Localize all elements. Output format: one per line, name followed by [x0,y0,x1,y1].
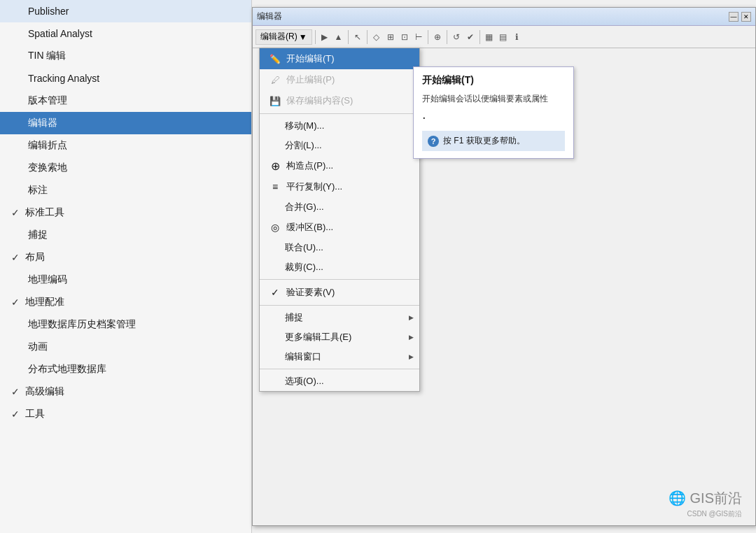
item-label: 更多编辑工具(E) [285,331,351,343]
toolbar-rotate-icon[interactable]: ↺ [450,31,463,43]
editor-titlebar: 编辑器 — ✕ [253,8,755,26]
tooltip-help-text: 按 F1 获取更多帮助。 [443,135,525,147]
check-icon: ✓ [11,408,20,420]
sidebar-item-advanced-edit[interactable]: ✓ 高级编辑 [0,381,251,403]
pencil-icon: ✏️ [268,52,282,66]
item-label: 平行复制(Y)... [286,180,342,193]
dropdown-item-edit-window[interactable]: 编辑窗口 [260,347,419,367]
item-label: 标准工具 [25,206,64,219]
sidebar-item-geodata-history[interactable]: 地理数据库历史档案管理 [0,313,251,336]
dropdown-item-merge[interactable]: 合并(G)... [260,197,419,217]
sidebar-item-animation[interactable]: 动画 [0,336,251,358]
dropdown-item-validate[interactable]: ✓ 验证要素(V) [260,282,419,303]
close-button[interactable]: ✕ [741,12,751,22]
toolbar-list: Publisher Spatial Analyst TIN 编辑 Trackin… [0,0,251,425]
toolbar-play-icon[interactable]: ▶ [318,31,331,43]
toolbar-cursor-icon[interactable]: ↖ [351,31,364,43]
item-label: 裁剪(C)... [285,261,323,273]
item-label: 地理数据库历史档案管理 [28,318,136,331]
stop-icon: 🖊 [268,73,282,87]
dropdown-item-buffer[interactable]: ◎ 缓冲区(B)... [260,217,419,238]
point-icon: ⊕ [268,159,282,173]
minimize-button[interactable]: — [729,12,738,22]
item-label: TIN 编辑 [28,50,66,62]
toolbar-separator-6 [479,30,480,44]
dropdown-item-start-edit[interactable]: ✏️ 开始编辑(T) [260,48,419,69]
item-label: 验证要素(V) [286,286,335,299]
sidebar-item-layout[interactable]: ✓ 布局 [0,246,251,269]
item-label: 版本管理 [28,94,67,107]
sidebar-item-version-mgmt[interactable]: 版本管理 [0,90,251,112]
titlebar-controls: — ✕ [729,12,751,22]
item-label: 捕捉 [285,311,303,324]
item-label: 标注 [28,184,48,197]
item-label: 选项(O)... [285,375,324,388]
sidebar-item-spatial-analyst[interactable]: Spatial Analyst [0,22,251,45]
tooltip-help-area: ? 按 F1 获取更多帮助。 [422,131,565,151]
toolbar-table-icon[interactable]: ▦ [483,31,496,43]
toolbar-separator-4 [428,30,428,44]
sidebar-item-editor[interactable]: 编辑器 [0,112,251,134]
sidebar-item-geocode[interactable]: 地理编码 [0,269,251,291]
toolbar-center-icon[interactable]: ⊕ [431,31,444,43]
editor-menu-button[interactable]: 编辑器(R) ▼ [255,29,312,45]
buffer-icon: ◎ [268,220,282,234]
item-label: 捕捉 [28,229,48,241]
check-icon: ✓ [11,252,20,263]
sidebar-item-annotation[interactable]: 标注 [0,179,251,201]
sidebar-item-tin-edit[interactable]: TIN 编辑 [0,45,251,67]
sidebar-item-standard-tools[interactable]: ✓ 标准工具 [0,201,251,224]
dropdown-item-move[interactable]: 移动(M)... [260,116,419,136]
toolbar-separator-3 [367,30,368,44]
item-label: 保存编辑内容(S) [286,94,353,107]
check-icon: ✓ [11,297,20,308]
sidebar-item-transform-place[interactable]: 变换索地 [0,157,251,179]
toolbar-layers-icon[interactable]: ▤ [497,31,510,43]
watermark-sub: CSDN @GIS前沿 [668,509,742,519]
validate-icon: ✓ [268,285,282,299]
dropdown-item-parallel-copy[interactable]: ≡ 平行复制(Y)... [260,176,419,197]
dropdown-item-union[interactable]: 联合(U)... [260,238,419,257]
toolbar-triangle-icon[interactable]: ▲ [332,31,345,43]
toolbar-grid-icon[interactable]: ⊞ [384,31,397,43]
dropdown-item-more-tools[interactable]: 更多编辑工具(E) [260,327,419,347]
tooltip-dot: · [422,109,565,125]
dropdown-item-clip[interactable]: 裁剪(C)... [260,257,419,277]
editor-dropdown-menu: ✏️ 开始编辑(T) 🖊 停止编辑(P) 💾 保存编辑内容(S) 移动(M)..… [259,48,420,392]
save-icon: 💾 [268,94,282,108]
item-label: Publisher [28,6,69,17]
check-icon: ✓ [11,386,20,397]
item-label: 编辑折点 [28,139,67,152]
sidebar-item-distributed-geodata[interactable]: 分布式地理数据库 [0,358,251,381]
tooltip-title: 开始编辑(T) [422,74,565,87]
dropdown-item-snap[interactable]: 捕捉 [260,308,419,327]
dropdown-item-split[interactable]: 分割(L)... [260,136,419,155]
sidebar-item-capture[interactable]: 捕捉 [0,224,251,246]
toolbar-check-icon[interactable]: ✔ [464,31,477,43]
sidebar-item-georef[interactable]: ✓ 地理配准 [0,291,251,313]
editor-toolbar: 编辑器(R) ▼ ▶ ▲ ↖ ◇ ⊞ ⊡ ⊢ ⊕ ↺ ✔ ▦ ▤ ℹ [253,26,755,48]
separator-1 [260,113,419,114]
help-circle-icon: ? [428,136,439,147]
dropdown-item-construct-point[interactable]: ⊕ 构造点(P)... [260,155,419,176]
check-icon: ✓ [11,207,20,218]
toolbar-info-icon[interactable]: ℹ [511,31,524,43]
sidebar-item-tracking-analyst[interactable]: Tracking Analyst [0,67,251,90]
item-label: 变换索地 [28,162,67,174]
toolbar-split-icon[interactable]: ⊢ [412,31,425,43]
sidebar-item-publisher[interactable]: Publisher [0,0,251,22]
toolbar-select-rect-icon[interactable]: ⊡ [398,31,411,43]
item-label: 停止编辑(P) [286,73,335,86]
toolbar-polygon-icon[interactable]: ◇ [370,31,383,43]
sidebar-item-edit-vertex[interactable]: 编辑折点 [0,134,251,157]
watermark: 🌐 GIS前沿 CSDN @GIS前沿 [668,489,742,519]
toolbar-separator-5 [447,30,447,44]
item-label: 合并(G)... [285,201,324,213]
item-label: 高级编辑 [25,385,64,398]
separator-3 [260,305,419,306]
dropdown-item-save-edit: 💾 保存编辑内容(S) [260,90,419,111]
dropdown-item-options[interactable]: 选项(O)... [260,371,419,391]
sidebar-item-tools[interactable]: ✓ 工具 [0,403,251,425]
item-label: 地理编码 [28,273,67,286]
item-label: Tracking Analyst [28,73,99,84]
